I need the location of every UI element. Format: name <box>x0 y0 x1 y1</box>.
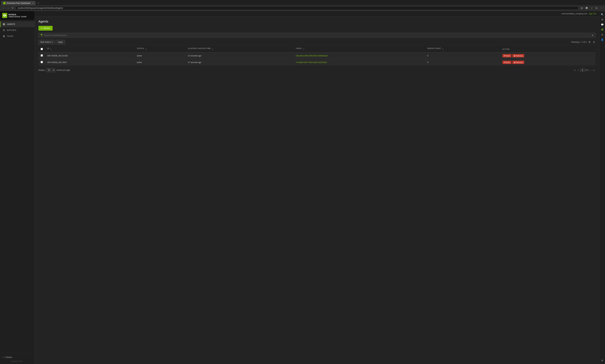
row1-elapsed: 14 seconds ago <box>186 52 294 59</box>
extensions-button[interactable]: ⊞ <box>580 6 584 10</box>
row2-task-link[interactable]: 71c4fa69-29f7-46e5-b1b9-32f1918a2 <box>296 61 327 64</box>
username-text: Username@my_company.com <box>561 13 587 15</box>
col-header-tasks: TASKS ▲ ▼ <box>294 46 425 52</box>
evict-icon: ⊗ <box>504 55 505 57</box>
trash-icon: 🗑 <box>514 55 516 57</box>
sidebar-item-tasks[interactable]: TASKS <box>0 33 35 39</box>
back-button[interactable]: ← <box>1 6 5 10</box>
page-nav: « ‹ 1 of 1 › » <box>573 68 595 72</box>
right-user-icon[interactable]: 👤 <box>600 38 605 42</box>
user-info: Username@my_company.com Sign Out <box>561 13 596 15</box>
search-clear-button[interactable]: ✕ <box>592 34 593 37</box>
version-text: Version: 0.15.1 <box>2 360 32 362</box>
table-row: GPU-NODE_001-2044 active 47 seconds ago … <box>39 59 595 66</box>
svg-rect-4 <box>3 36 5 36</box>
first-page-button[interactable]: « <box>573 68 576 72</box>
nvidia-eye-icon <box>2 13 7 18</box>
display-control: Display 25 50 100 results per page <box>39 68 70 72</box>
error-sort-icons[interactable]: ▲ ▼ <box>442 48 443 51</box>
table-settings-button[interactable]: ⚙ <box>588 40 591 44</box>
last-page-button[interactable]: » <box>592 68 595 72</box>
row2-task: 71c4fa69-29f7-46e5-b1b9-32f1918a2 <box>294 59 425 66</box>
new-tab-button[interactable]: + <box>36 1 40 5</box>
svg-rect-3 <box>3 36 5 36</box>
signout-link[interactable]: Sign Out <box>589 13 596 15</box>
svg-point-2 <box>3 29 4 30</box>
page-total-label: of 1 <box>585 69 589 71</box>
forward-button[interactable]: → <box>6 6 10 10</box>
right-chat-icon[interactable]: 💬 <box>600 22 605 27</box>
active-tab[interactable]: Omniverse Farm Dashboard ✕ <box>1 1 36 5</box>
search-input[interactable] <box>44 34 590 36</box>
row1-checkbox-cell <box>39 52 45 59</box>
col-header-elapsed: ELAPSED CHECKIN TIME ▲ ▼ <box>186 46 294 52</box>
sidebar-batches-label: BATCHES <box>7 29 16 31</box>
row2-action-buttons: ⊗ Evict 🗑 Remove <box>502 61 593 64</box>
favorites-button[interactable]: ☆ <box>590 6 594 10</box>
showing-text: Showing 1 - 2 of 2 <box>571 41 587 43</box>
page-title: Agents <box>39 20 595 23</box>
col-header-status: STATUS ▲ ▼ <box>135 46 186 52</box>
tab-label: Omniverse Farm Dashboard <box>6 2 30 4</box>
search-bar: ✕ <box>39 33 595 38</box>
download-button[interactable]: ⬇ <box>592 40 595 44</box>
tab-bar: Omniverse Farm Dashboard ✕ + <box>0 0 605 5</box>
row2-elapsed: 47 seconds ago <box>186 59 294 66</box>
nvidia-logo: NVIDIA OMNIVERSE FARM <box>2 13 26 18</box>
tab-close-button[interactable]: ✕ <box>32 2 34 4</box>
row2-checkbox[interactable] <box>41 61 43 63</box>
content-area: Agents ↻ Refresh ✕ Bulk <box>35 16 599 75</box>
sidebar-item-batches[interactable]: BATCHES <box>0 27 35 33</box>
col-header-action: ACTION <box>500 46 595 52</box>
sidebar-agents-label: AGENTS <box>7 23 15 25</box>
collapse-icon: « <box>2 356 4 358</box>
right-app-icon[interactable]: ⊟ <box>600 32 605 37</box>
row1-task-link[interactable]: 29aa361a-fb92-40f3-8914-b36e6acdb <box>296 55 328 57</box>
apply-label: Apply <box>58 41 63 43</box>
next-page-button[interactable]: › <box>589 68 592 72</box>
select-all-header <box>39 46 45 52</box>
right-leaf-icon[interactable]: 🌿 <box>600 27 605 32</box>
right-search-icon[interactable]: 🔍 <box>600 12 605 17</box>
row2-remove-button[interactable]: 🗑 Remove <box>512 61 524 64</box>
address-bar[interactable] <box>15 6 579 10</box>
per-page-select[interactable]: 25 50 100 <box>46 68 55 72</box>
collapse-button[interactable]: « Collapse <box>2 355 32 359</box>
row1-action-buttons: ⊗ Evict 🗑 Remove <box>502 54 593 57</box>
id-sort-icons[interactable]: ▲ ▼ <box>51 48 52 51</box>
select-all-checkbox[interactable] <box>41 48 43 50</box>
sidebar-item-agents[interactable]: AGENTS <box>0 21 35 27</box>
reload-button[interactable]: ↻ <box>11 6 14 10</box>
row1-remove-button[interactable]: 🗑 Remove <box>512 54 524 57</box>
browser-chrome: Omniverse Farm Dashboard ✕ + ← → ↻ ⊞ 🅐 ☆… <box>0 0 605 11</box>
toolbar-right: Showing 1 - 2 of 2 ⚙ ⬇ <box>571 40 595 44</box>
row1-evict-button[interactable]: ⊗ Evict <box>502 54 511 57</box>
row1-checkbox[interactable] <box>41 54 43 57</box>
table-header-row: ID ▲ ▼ STATUS ▲ ▼ <box>39 46 595 52</box>
display-label: Display <box>39 69 45 71</box>
right-grid-icon[interactable]: ⊞ <box>600 17 605 22</box>
tasks-sort-icons[interactable]: ▲ ▼ <box>303 48 304 51</box>
app-container: NVIDIA OMNIVERSE FARM AGENTS <box>0 11 605 364</box>
pagination: Display 25 50 100 results per page « ‹ 1… <box>39 68 595 72</box>
apply-button[interactable]: Apply <box>56 40 65 44</box>
collections-button[interactable]: ⊟ <box>595 6 598 10</box>
toolbar: Bulk Actions ▾ Apply Showing 1 - 2 of 2 … <box>39 40 595 44</box>
results-per-page-label: results per page <box>56 69 70 71</box>
status-sort-icons[interactable]: ▲ ▼ <box>145 48 146 51</box>
prev-page-button[interactable]: ‹ <box>577 68 580 72</box>
bulk-actions-button[interactable]: Bulk Actions ▾ <box>39 40 55 44</box>
tab-favicon <box>3 2 5 4</box>
row1-error-count: 0 <box>425 52 500 59</box>
right-settings-icon[interactable]: ⚙ <box>600 358 605 363</box>
row2-actions: ⊗ Evict 🗑 Remove <box>500 59 595 66</box>
brand-text: NVIDIA OMNIVERSE FARM <box>9 13 26 18</box>
bulk-actions-chevron-icon: ▾ <box>52 41 53 43</box>
row1-evict-label: Evict <box>506 55 510 57</box>
settings-button[interactable]: ⋯ <box>599 6 604 10</box>
row2-evict-button[interactable]: ⊗ Evict <box>502 61 511 64</box>
profile-button[interactable]: 🅐 <box>585 6 589 10</box>
elapsed-sort-icons[interactable]: ▲ ▼ <box>212 48 213 51</box>
toolbar-left: Bulk Actions ▾ Apply <box>39 40 65 44</box>
refresh-button[interactable]: ↻ Refresh <box>39 26 53 31</box>
